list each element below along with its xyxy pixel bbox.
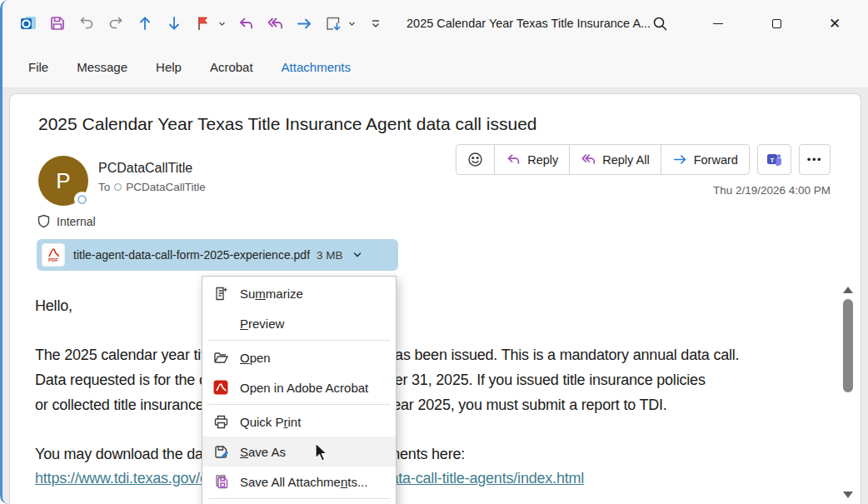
quick-access-toolbar bbox=[19, 14, 385, 32]
save-as-icon bbox=[211, 444, 231, 460]
reply-all-button[interactable]: Reply All bbox=[569, 144, 661, 175]
to-label: To bbox=[98, 181, 110, 193]
move-up-icon[interactable] bbox=[136, 14, 154, 32]
recipient-name[interactable]: PCDataCallTitle bbox=[126, 181, 206, 193]
reply-all-icon bbox=[581, 152, 596, 167]
emoji-reaction-button[interactable] bbox=[456, 144, 495, 175]
move-dropdown-chevron-icon[interactable] bbox=[348, 20, 356, 27]
avatar-initial: P bbox=[56, 168, 70, 194]
menu-item-save-all-attachments[interactable]: Save All Attachments... bbox=[202, 467, 396, 497]
reply-all-icon[interactable] bbox=[266, 14, 284, 32]
menu-item-summarize[interactable]: Summarize bbox=[202, 278, 396, 308]
sender-name[interactable]: PCDataCallTitle bbox=[98, 161, 192, 176]
email-subject: 2025 Calendar Year Texas Title Insurance… bbox=[38, 114, 537, 134]
body-greeting: Hello, bbox=[35, 297, 72, 315]
reply-icon[interactable] bbox=[237, 14, 255, 32]
reply-button[interactable]: Reply bbox=[494, 144, 570, 175]
move-down-icon[interactable] bbox=[165, 14, 183, 32]
scroll-down-arrow-icon[interactable] bbox=[843, 492, 853, 498]
scrollbar-thumb[interactable] bbox=[843, 299, 853, 392]
sender-avatar[interactable]: P bbox=[38, 156, 88, 206]
summarize-icon bbox=[211, 286, 231, 302]
sensitivity-text: Internal bbox=[57, 215, 96, 228]
attachment-size: 3 MB bbox=[317, 249, 343, 262]
menu-separator bbox=[208, 498, 390, 499]
teams-icon: T bbox=[766, 151, 783, 168]
attachment-context-menu: Summarize Preview Open Open in Adobe Acr… bbox=[202, 276, 397, 504]
ellipsis-icon: ••• bbox=[807, 153, 822, 166]
minimize-button[interactable] bbox=[709, 14, 727, 32]
tab-acrobat[interactable]: Acrobat bbox=[196, 55, 267, 79]
title-bar: 2025 Calendar Year Texas Title Insurance… bbox=[2, 0, 868, 47]
pdf-file-icon: PDF bbox=[42, 243, 65, 267]
maximize-button[interactable] bbox=[767, 14, 786, 32]
scroll-up-arrow-icon[interactable] bbox=[843, 287, 853, 293]
menu-item-partial[interactable]: ❯ bbox=[202, 501, 396, 504]
reply-icon bbox=[506, 152, 521, 167]
shield-icon bbox=[37, 214, 51, 228]
attachment-chip[interactable]: PDF title-agent-data-call-form-2025-expe… bbox=[37, 239, 398, 271]
tab-file[interactable]: File bbox=[14, 55, 62, 79]
menu-item-preview[interactable]: Preview bbox=[202, 308, 396, 338]
menu-separator bbox=[208, 404, 390, 405]
scrollbar[interactable] bbox=[839, 279, 857, 504]
attachment-dropdown-chevron-icon[interactable] bbox=[352, 250, 362, 260]
menu-separator bbox=[208, 340, 390, 341]
customize-toolbar-icon[interactable] bbox=[367, 14, 385, 32]
adobe-acrobat-icon bbox=[211, 380, 231, 395]
window-controls: ✕ bbox=[651, 14, 852, 32]
sensitivity-label: Internal bbox=[37, 214, 96, 228]
save-all-icon bbox=[211, 474, 231, 490]
tab-help[interactable]: Help bbox=[142, 55, 196, 79]
undo-icon[interactable] bbox=[77, 14, 96, 32]
menu-item-open-in-adobe-acrobat[interactable]: Open in Adobe Acrobat bbox=[202, 372, 396, 402]
presence-badge bbox=[74, 192, 90, 207]
menu-item-quick-print[interactable]: Quick Print bbox=[202, 407, 396, 437]
printer-icon bbox=[211, 414, 231, 430]
outlook-message-window: 2025 Calendar Year Texas Title Insurance… bbox=[0, 0, 868, 504]
save-icon[interactable] bbox=[48, 14, 67, 32]
message-action-buttons: Reply Reply All Forward T ••• bbox=[456, 144, 831, 175]
message-card: 2025 Calendar Year Texas Title Insurance… bbox=[9, 93, 861, 504]
follow-up-flag-icon[interactable] bbox=[194, 14, 212, 32]
tab-attachments[interactable]: Attachments bbox=[267, 55, 365, 79]
flag-dropdown-chevron-icon[interactable] bbox=[218, 20, 226, 27]
attachment-filename: title-agent-data-call-form-2025-experien… bbox=[73, 248, 310, 262]
svg-text:T: T bbox=[770, 157, 774, 164]
forward-icon[interactable] bbox=[295, 14, 313, 32]
search-icon[interactable] bbox=[651, 14, 669, 32]
forward-button[interactable]: Forward bbox=[661, 144, 750, 175]
recipient-presence-icon bbox=[114, 183, 122, 191]
redo-icon[interactable] bbox=[107, 14, 125, 32]
mouse-cursor bbox=[315, 442, 329, 466]
move-to-folder-icon[interactable] bbox=[324, 14, 342, 32]
forward-icon bbox=[672, 152, 688, 167]
outlook-logo-icon bbox=[19, 14, 37, 32]
smiley-icon bbox=[467, 152, 483, 167]
ribbon-tab-bar: File Message Help Acrobat Attachments bbox=[2, 47, 868, 88]
recipient-line: To PCDataCallTitle bbox=[98, 181, 206, 193]
message-timestamp: Thu 2/19/2026 4:00 PM bbox=[713, 184, 831, 197]
menu-item-save-as[interactable]: Save As bbox=[202, 437, 396, 467]
close-button[interactable]: ✕ bbox=[826, 14, 844, 32]
tab-message[interactable]: Message bbox=[62, 55, 142, 79]
menu-item-open[interactable]: Open bbox=[202, 342, 396, 372]
window-title: 2025 Calendar Year Texas Title Insurance… bbox=[407, 17, 651, 30]
open-folder-icon bbox=[211, 350, 231, 366]
more-actions-button[interactable]: ••• bbox=[799, 144, 831, 175]
share-to-teams-button[interactable]: T bbox=[757, 144, 791, 175]
